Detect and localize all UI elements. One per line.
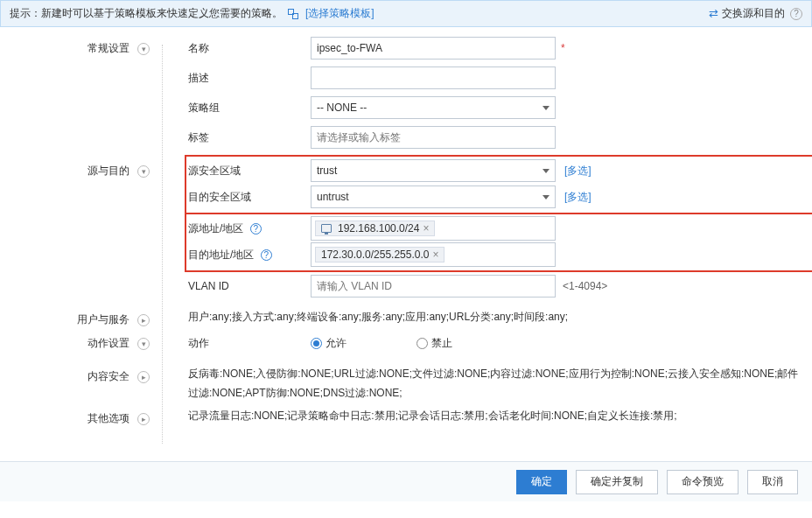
help-icon[interactable]: ? [250, 223, 262, 234]
name-input[interactable] [311, 37, 556, 60]
help-icon[interactable]: ? [790, 8, 802, 20]
select-template-link[interactable]: [选择策略模板] [305, 6, 374, 21]
content-summary: 反病毒:NONE;入侵防御:NONE;URL过滤:NONE;文件过滤:NONE;… [188, 364, 801, 402]
tag-input[interactable] [311, 126, 556, 149]
collapse-icon[interactable]: ▾ [137, 165, 150, 178]
remove-tag-icon[interactable]: × [423, 222, 429, 234]
collapse-icon[interactable]: ▾ [137, 338, 150, 350]
chevron-down-icon [542, 195, 550, 200]
section-srcdst-label: 源与目的 [88, 164, 130, 177]
footer-bar: 确定 确定并复制 命令预览 取消 [0, 461, 812, 501]
swap-label: 交换源和目的 [722, 6, 785, 21]
section-general-label: 常规设置 [88, 42, 130, 54]
expand-icon[interactable]: ▸ [137, 314, 150, 326]
remove-tag-icon[interactable]: × [432, 248, 438, 261]
src-addr-tag[interactable]: 192.168.100.0/24 × [315, 220, 435, 236]
tip-text: 提示：新建时可以基于策略模板来快速定义您需要的策略。 [10, 6, 283, 21]
tip-bar: 提示：新建时可以基于策略模板来快速定义您需要的策略。 [选择策略模板] ⇄ 交换… [0, 0, 812, 27]
help-icon[interactable]: ? [261, 249, 272, 261]
tag-label: 标签 [188, 130, 311, 145]
desc-label: 描述 [188, 71, 311, 86]
vlan-label: VLAN ID [188, 280, 311, 292]
group-select[interactable]: -- NONE -- [311, 96, 556, 119]
dst-addr-input[interactable]: 172.30.0.0/255.255.0.0 × [311, 242, 556, 267]
dst-addr-label: 目的地址/地区 [188, 248, 254, 261]
swap-icon: ⇄ [709, 7, 718, 20]
dst-zone-select[interactable]: untrust [311, 186, 556, 208]
dst-zone-label: 目的安全区域 [188, 190, 311, 205]
section-action-label: 动作设置 [88, 337, 130, 349]
highlight-zone-box: 源安全区域 trust [多选] 目的安全区域 untrust [185, 155, 812, 214]
ok-copy-button[interactable]: 确定并复制 [576, 470, 658, 494]
dst-zone-more-link[interactable]: [多选] [564, 190, 592, 205]
cancel-button[interactable]: 取消 [747, 470, 798, 494]
section-user-label: 用户与服务 [77, 313, 130, 326]
src-zone-label: 源安全区域 [188, 164, 311, 178]
desc-input[interactable] [311, 66, 556, 89]
vlan-hint: <1-4094> [563, 280, 607, 292]
required-mark: * [561, 42, 565, 54]
src-addr-label: 源地址/地区 [188, 222, 243, 234]
action-allow-radio[interactable]: 允许 [311, 336, 346, 351]
highlight-addr-box: 源地址/地区 ? 192.168.100.0/24 × [185, 213, 812, 272]
ok-button[interactable]: 确定 [516, 470, 567, 494]
dst-addr-tag[interactable]: 172.30.0.0/255.255.0.0 × [315, 247, 444, 262]
vlan-input[interactable] [311, 275, 556, 298]
section-divider-line [162, 45, 163, 444]
chevron-down-icon [542, 106, 550, 110]
action-label: 动作 [188, 336, 311, 351]
group-value: -- NONE -- [317, 102, 367, 114]
swap-src-dst-link[interactable]: ⇄ 交换源和目的 ? [709, 6, 802, 21]
user-summary: 用户:any;接入方式:any;终端设备:any;服务:any;应用:any;U… [188, 307, 801, 326]
group-label: 策略组 [188, 101, 311, 116]
expand-icon[interactable]: ▸ [137, 413, 150, 425]
src-zone-more-link[interactable]: [多选] [564, 164, 592, 178]
radio-icon [311, 338, 322, 349]
name-label: 名称 [188, 41, 311, 56]
src-zone-select[interactable]: trust [311, 159, 556, 182]
preview-button[interactable]: 命令预览 [667, 470, 738, 494]
other-summary: 记录流量日志:NONE;记录策略命中日志:禁用;记录会话日志:禁用;会话老化时间… [188, 406, 801, 425]
src-zone-value: trust [317, 164, 337, 177]
expand-icon[interactable]: ▸ [137, 371, 150, 383]
collapse-icon[interactable]: ▾ [137, 43, 150, 55]
template-icon [288, 9, 298, 19]
radio-icon [416, 338, 428, 349]
section-other-label: 其他选项 [88, 412, 130, 424]
form-content: 常规设置 ▾ 名称 * 描述 策略组 -- NONE -- [0, 27, 812, 461]
host-icon [321, 224, 332, 233]
chevron-down-icon [542, 169, 550, 173]
src-addr-input[interactable]: 192.168.100.0/24 × [311, 216, 556, 241]
section-content-label: 内容安全 [88, 370, 130, 382]
dst-zone-value: untrust [317, 191, 349, 203]
action-deny-radio[interactable]: 禁止 [416, 336, 452, 351]
